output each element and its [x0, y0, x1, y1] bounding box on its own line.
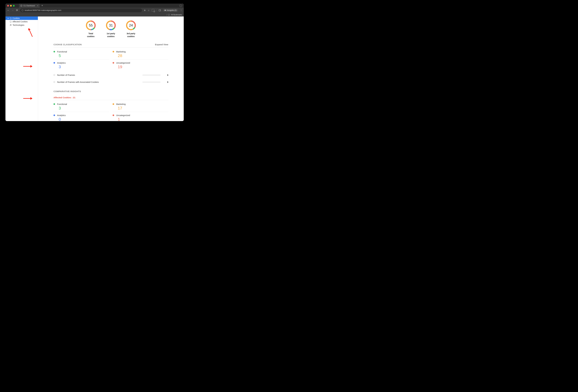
browser-chrome: CLI Dashboard × + ⌄ ← → ⟳ i localhost:90… [5, 3, 184, 16]
toolbar: ← → ⟳ i localhost:9000/?dir=nationalgeog… [5, 8, 184, 13]
expand-arrow-icon[interactable]: ▶ [8, 17, 9, 19]
category-value: 3 [59, 106, 109, 111]
affected-cookies-label: Affected Cookies : 21 [53, 94, 168, 100]
category-uncategorized: Uncategorized 19 [113, 60, 168, 71]
address-bar[interactable]: i localhost:9000/?dir=nationalgeographic… [20, 8, 142, 12]
site-info-icon[interactable]: i [22, 9, 24, 11]
separator [156, 9, 157, 12]
metric-value: 3 [167, 81, 168, 83]
category-value: 0 [59, 117, 109, 121]
section-header: COOKIE CLASSIFICATION Expand View [53, 40, 168, 47]
divider [53, 100, 168, 100]
donut-total: 55 Totalcookies [84, 20, 97, 38]
donut-third-party: 24 3rd partycookies [125, 20, 137, 38]
tab-strip: CLI Dashboard × + [19, 3, 43, 8]
reload-button[interactable]: ⟳ [16, 9, 18, 12]
classification-section: COOKIE CLASSIFICATION Expand View Functi… [38, 40, 184, 85]
category-value: 3 [59, 65, 109, 69]
dot-icon [113, 115, 114, 116]
donut-first-party: 31 1st partycookies [104, 20, 117, 38]
separator: | [166, 14, 167, 16]
zoom-icon[interactable]: ⊕ [144, 9, 145, 11]
dot-icon [113, 62, 114, 64]
toolbar-right: ⊕ ☆ 2 🕶 Incognito (2) ⋮ [144, 9, 182, 12]
close-tab-button[interactable]: × [37, 4, 38, 7]
content-area: ▶ Cookies Affected Cookies Technologies [5, 16, 184, 121]
incognito-icon: 🕶 [164, 9, 166, 11]
category-label: Functional [57, 103, 67, 105]
folder-icon [168, 14, 170, 15]
menu-icon[interactable]: ⋮ [180, 9, 182, 11]
category-label: Uncategorized [116, 114, 130, 117]
sidebar-item-technologies[interactable]: Technologies [5, 23, 38, 27]
globe-icon [20, 5, 22, 7]
cookie-icon [10, 21, 12, 23]
window-minimize-button[interactable] [10, 5, 12, 7]
category-label: Analytics [57, 62, 66, 64]
category-label: Analytics [57, 114, 66, 117]
section-title: COOKIE CLASSIFICATION [53, 43, 82, 46]
donut-label: 1st partycookies [107, 32, 115, 38]
category-marketing: Marketing 28 [113, 48, 168, 60]
donut-value: 31 [106, 20, 116, 31]
category-value: 28 [118, 53, 168, 58]
category-label: Marketing [116, 50, 126, 53]
classification-grid: Functional 5 Marketing 28 Analytics 3 Un… [53, 48, 168, 71]
ring-icon [53, 81, 55, 83]
category-value: 19 [118, 65, 168, 69]
technologies-icon [10, 24, 12, 26]
comparative-section: COMPARATIVE INSIGHTS Affected Cookies : … [38, 85, 184, 121]
sidebar-item-label: Technologies [13, 24, 24, 26]
sidebar-item-affected-cookies[interactable]: Affected Cookies [5, 20, 38, 23]
dot-icon [53, 62, 55, 64]
ring-icon [53, 74, 55, 76]
category-value: 5 [59, 53, 109, 58]
metric-label: Number of Frames with Associated Cookies [57, 81, 141, 83]
new-tab-button[interactable]: + [42, 4, 43, 7]
back-button[interactable]: ← [7, 9, 9, 12]
main-content: 55 Totalcookies 31 [38, 16, 184, 121]
section-title: COMPARATIVE INSIGHTS [53, 90, 81, 93]
sidebar-item-label: Affected Cookies [12, 20, 28, 23]
metric-value: 3 [167, 74, 168, 76]
title-bar: CLI Dashboard × + ⌄ [5, 3, 184, 8]
dot-icon [53, 103, 55, 105]
section-header: COMPARATIVE INSIGHTS [53, 85, 168, 94]
url-text: localhost:9000/?dir=nationalgeographic-c… [25, 9, 61, 11]
metric-label: Number of Frames [57, 74, 141, 76]
forward-button[interactable]: → [11, 9, 14, 12]
comparative-grid: Functional 3 Marketing 17 Analytics 0 Un… [53, 101, 168, 121]
metric-frames-cookies: Number of Frames with Associated Cookies… [53, 78, 168, 85]
comp-analytics: Analytics 0 [53, 112, 109, 121]
chevron-down-icon[interactable]: ⌄ [179, 4, 182, 7]
donut-row: 55 Totalcookies 31 [38, 16, 184, 40]
tab-title: CLI Dashboard [23, 5, 35, 7]
side-panel-icon[interactable] [159, 9, 161, 11]
donut-chart-third-party: 24 [126, 20, 136, 31]
all-bookmarks-button[interactable]: All Bookmarks [171, 14, 182, 16]
dot-icon [113, 103, 114, 105]
window-close-button[interactable] [7, 5, 9, 7]
incognito-badge[interactable]: 🕶 Incognito (2) [163, 9, 178, 12]
dot-icon [113, 51, 114, 52]
bookmark-star-icon[interactable]: ☆ [148, 9, 149, 11]
bookmarks-bar: | All Bookmarks [5, 13, 184, 16]
browser-window: CLI Dashboard × + ⌄ ← → ⟳ i localhost:90… [5, 3, 184, 121]
browser-tab[interactable]: CLI Dashboard × [19, 3, 40, 8]
category-value: 1 [118, 117, 168, 121]
extensions-button[interactable]: 2 [152, 9, 154, 12]
category-label: Marketing [116, 103, 126, 105]
donut-label: 3rd partycookies [127, 32, 135, 38]
expand-view-button[interactable]: Expand View [155, 43, 168, 46]
window-maximize-button[interactable] [13, 5, 15, 7]
category-functional: Functional 5 [53, 48, 109, 60]
category-value: 17 [118, 106, 168, 111]
donut-chart-total: 55 [86, 20, 96, 31]
dot-icon [53, 115, 55, 116]
donut-value: 24 [126, 20, 136, 31]
bar-track [143, 75, 160, 76]
comp-functional: Functional 3 [53, 101, 109, 112]
donut-label: Totalcookies [87, 32, 95, 38]
sidebar-item-cookies[interactable]: ▶ Cookies [5, 16, 38, 20]
sidebar-item-label: Cookies [12, 17, 20, 19]
